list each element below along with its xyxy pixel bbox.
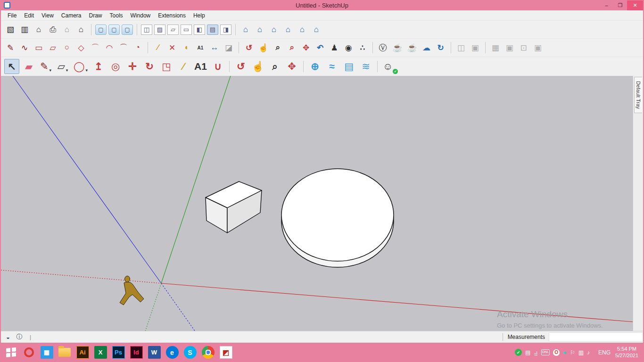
- dropdown-caret-icon[interactable]: ▾: [86, 68, 88, 74]
- menu-extensions[interactable]: Extensions: [154, 11, 190, 20]
- minimize-button[interactable]: –: [600, 0, 613, 10]
- menu-help[interactable]: Help: [190, 11, 209, 20]
- menu-window[interactable]: Window: [127, 11, 155, 20]
- vray-interactive-render-icon[interactable]: ☕: [405, 41, 418, 54]
- paint-bucket-icon[interactable]: ∪: [210, 59, 225, 74]
- clock[interactable]: 5:54 PM 5/27/2021: [615, 346, 638, 359]
- menu-file[interactable]: File: [4, 11, 20, 20]
- add-location-icon[interactable]: ⊕: [307, 59, 322, 74]
- volume-icon[interactable]: ♪: [587, 349, 590, 356]
- opera-tray-icon[interactable]: O: [553, 349, 560, 356]
- select-tool-icon[interactable]: ↖: [4, 59, 19, 74]
- box-model[interactable]: [206, 181, 262, 233]
- title-bar[interactable]: Untitled - SketchUp –❐✕: [1, 0, 643, 10]
- safety-check-icon[interactable]: ✔: [515, 349, 522, 356]
- rectangle-icon[interactable]: ▭: [33, 41, 45, 54]
- house-outline-icon[interactable]: ⌂: [61, 24, 73, 36]
- orbit-tool-icon[interactable]: ↺: [233, 59, 248, 74]
- dimensions-icon[interactable]: ↔: [208, 41, 221, 54]
- blue-cube-icon-1[interactable]: ▢: [95, 25, 107, 35]
- vray-render-icon[interactable]: ☕: [391, 41, 404, 54]
- dropdown-caret-icon[interactable]: ▾: [66, 68, 68, 74]
- account-icon[interactable]: ☺✔▾: [381, 59, 397, 74]
- network-icon[interactable]: ⣴: [534, 349, 538, 356]
- text-tool-icon[interactable]: A1: [194, 41, 206, 54]
- position-camera-icon[interactable]: ♟: [328, 41, 340, 54]
- excel-icon[interactable]: X: [91, 343, 109, 362]
- vray-batch-render-icon[interactable]: ↻: [435, 41, 447, 54]
- xray-style-icon[interactable]: ◫: [141, 25, 152, 35]
- look-around-icon[interactable]: ◉: [342, 41, 355, 54]
- chrome-icon[interactable]: [199, 343, 217, 362]
- rotate-tool-icon[interactable]: ↻: [142, 59, 157, 74]
- walk-icon[interactable]: ∴: [356, 41, 369, 54]
- arc-icon[interactable]: ⌒: [89, 41, 101, 54]
- blue-cube-icon-2[interactable]: ▢: [108, 25, 120, 35]
- app-window-icon[interactable]: ▦: [38, 343, 56, 362]
- shaded-with-textures-style-icon[interactable]: ▤: [207, 25, 218, 35]
- zoom-window-icon[interactable]: ⌕: [286, 41, 298, 54]
- flag-icon[interactable]: ⚐: [570, 349, 575, 356]
- start-button[interactable]: [2, 343, 20, 362]
- photoshop-icon[interactable]: Ps: [109, 343, 127, 362]
- push-pull-tool-icon[interactable]: ↥: [91, 59, 106, 74]
- touch-keyboard-icon[interactable]: ▤: [525, 349, 530, 356]
- language-indicator[interactable]: ENG: [598, 349, 611, 356]
- tape-measure-tool-icon[interactable]: ∕: [176, 59, 191, 74]
- text-tool-large-icon[interactable]: A1: [193, 59, 208, 74]
- geolocation-icon[interactable]: ◒: [4, 333, 12, 341]
- zoom-tool-icon[interactable]: ⌕: [267, 59, 282, 74]
- back-view-icon[interactable]: ⌂: [296, 24, 308, 36]
- front-view-icon[interactable]: ⌂: [268, 24, 280, 36]
- menu-camera[interactable]: Camera: [58, 11, 85, 20]
- menu-tools[interactable]: Tools: [106, 11, 127, 20]
- protractor-icon[interactable]: ◖: [180, 41, 192, 54]
- zoom-extents-tool-icon[interactable]: ✥: [284, 59, 299, 74]
- create-camera-icon[interactable]: ▦: [489, 41, 502, 54]
- measurements-input[interactable]: [549, 332, 643, 342]
- barn-icon[interactable]: ⌂: [75, 24, 87, 36]
- frame-buffer-icon[interactable]: ◫: [455, 41, 467, 54]
- top-view-icon[interactable]: ⌂: [254, 24, 266, 36]
- three-point-arc-icon[interactable]: ⌒: [117, 41, 130, 54]
- arc-tool-icon[interactable]: ◯▾: [72, 59, 89, 74]
- close-button[interactable]: ✕: [627, 0, 643, 10]
- render-output-icon[interactable]: ▣: [469, 41, 481, 54]
- lock-camera-icon[interactable]: ▣: [532, 41, 544, 54]
- vray-cloud-icon[interactable]: ☁: [421, 41, 433, 54]
- pan-icon[interactable]: ☝: [257, 41, 270, 54]
- menu-view[interactable]: View: [38, 11, 58, 20]
- film-frame-icon[interactable]: ⊡: [518, 41, 530, 54]
- model-viewport[interactable]: Activate Windows Go to PC settings to ac…: [1, 76, 633, 331]
- printer-icon[interactable]: ⎙: [47, 24, 59, 36]
- menu-draw[interactable]: Draw: [85, 11, 106, 20]
- look-through-camera-icon[interactable]: ▣: [504, 41, 516, 54]
- pie-icon[interactable]: ◔: [132, 41, 144, 54]
- dnl-badge-icon[interactable]: DNL: [541, 349, 550, 355]
- toggle-terrain-icon[interactable]: ≈: [324, 59, 339, 74]
- photo-textures-icon[interactable]: ▤: [341, 59, 356, 74]
- zoom-extents-icon[interactable]: ✥: [300, 41, 312, 54]
- freehand-icon[interactable]: ∿: [18, 41, 31, 54]
- skype-icon[interactable]: S: [181, 343, 199, 362]
- illustrator-icon[interactable]: Ai: [74, 343, 91, 362]
- eraser-tool-icon[interactable]: ▰: [21, 59, 36, 74]
- indesign-icon[interactable]: Id: [127, 343, 145, 362]
- menu-edit[interactable]: Edit: [20, 11, 38, 20]
- right-view-icon[interactable]: ⌂: [282, 24, 294, 36]
- blue-cube-icon-3[interactable]: ▢: [122, 25, 133, 35]
- opera-icon[interactable]: [20, 343, 38, 362]
- open-box-icon[interactable]: ▧: [4, 24, 17, 36]
- model-canvas[interactable]: Activate Windows Go to PC settings to ac…: [1, 76, 633, 331]
- zoom-icon[interactable]: ⌕: [272, 41, 284, 54]
- closed-box-icon[interactable]: ▥: [18, 24, 31, 36]
- hidden-line-style-icon[interactable]: ▭: [181, 25, 192, 35]
- tape-measure-icon[interactable]: ∕: [152, 41, 164, 54]
- left-view-icon[interactable]: ⌂: [310, 24, 322, 36]
- polygon-icon[interactable]: ◇: [75, 41, 87, 54]
- wireframe-style-icon[interactable]: ▱: [167, 25, 179, 35]
- pan-tool-icon[interactable]: ☝: [250, 59, 265, 74]
- line-tool-icon[interactable]: ✎▾: [38, 59, 53, 74]
- cylinder-model[interactable]: [281, 169, 394, 267]
- file-explorer-icon[interactable]: [56, 343, 74, 362]
